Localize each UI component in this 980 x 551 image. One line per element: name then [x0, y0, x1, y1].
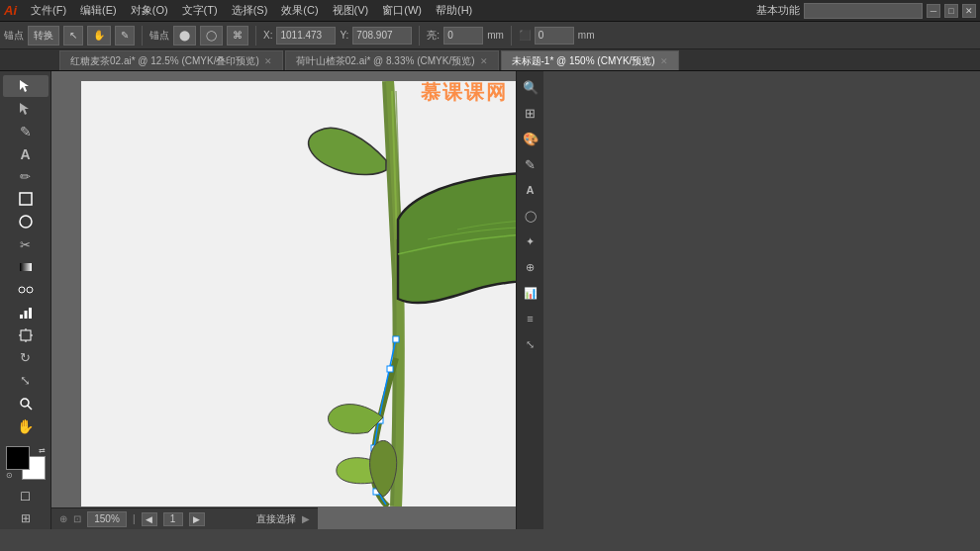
menu-window[interactable]: 窗口(W): [376, 1, 428, 20]
svg-rect-5: [20, 315, 23, 319]
tool-direct-select[interactable]: [3, 98, 49, 120]
menu-edit[interactable]: 编辑(E): [74, 1, 123, 20]
tab-close-1[interactable]: ✕: [264, 56, 272, 66]
divider1: [142, 26, 143, 46]
right-icon-strip: 🔍 ⊞ 🎨 ✎ A ◯ ✦ ⊕ 📊 ≡ ⤡: [516, 71, 543, 529]
reset-colors-icon[interactable]: ⊙: [6, 471, 13, 480]
svg-rect-8: [21, 330, 31, 340]
y-input[interactable]: [352, 27, 412, 45]
svg-rect-0: [20, 193, 32, 205]
right-icon-transform[interactable]: ⤡: [519, 332, 542, 356]
svg-rect-2: [20, 263, 32, 271]
menu-items: 文件(F) 编辑(E) 对象(O) 文字(T) 选择(S) 效果(C) 视图(V…: [25, 1, 478, 20]
right-icon-brush[interactable]: ✎: [519, 152, 542, 176]
right-icon-shape[interactable]: ◯: [519, 204, 542, 228]
right-icon-text[interactable]: A: [519, 178, 542, 202]
tool-gradient[interactable]: [3, 256, 49, 278]
right-icon-search[interactable]: 🔍: [519, 75, 542, 99]
right-icon-align[interactable]: ≡: [519, 307, 542, 330]
right-icon-star[interactable]: ✦: [519, 230, 542, 253]
tool-fill-mode[interactable]: □: [3, 485, 49, 506]
tool-text[interactable]: A: [3, 143, 49, 165]
right-side-panel: 🔍 ⊞ 🎨 ✎ A ◯ ✦ ⊕ 📊 ≡ ⤡: [516, 71, 980, 529]
right-icon-symbol[interactable]: ⊕: [519, 255, 542, 279]
right-icon-graph[interactable]: 📊: [519, 281, 542, 305]
tool-chart[interactable]: [3, 302, 49, 323]
plant-illustration: ↖: [81, 81, 516, 506]
status-divider: |: [133, 513, 136, 524]
anchor-label: 锚点: [4, 29, 24, 43]
svg-rect-7: [29, 308, 32, 319]
tool-scale[interactable]: ⤡: [3, 370, 49, 392]
tool-blend[interactable]: [3, 279, 49, 301]
close-button[interactable]: ✕: [962, 4, 976, 18]
tool-screen-mode[interactable]: ⊞: [3, 507, 49, 529]
tab-untitled[interactable]: 未标题-1* @ 150% (CMYK/预览) ✕: [501, 50, 679, 70]
color-swatches: ⊙ ⇄: [6, 446, 46, 481]
tool-rotate[interactable]: ↻: [3, 347, 49, 369]
svg-point-3: [19, 287, 25, 293]
tool-ellipse[interactable]: [3, 211, 49, 232]
tool-zoom[interactable]: [3, 393, 49, 414]
tool-pen[interactable]: ✎: [3, 121, 49, 142]
svg-rect-6: [24, 311, 27, 319]
swap-colors-icon[interactable]: ⇄: [39, 446, 46, 455]
right-icon-layers[interactable]: ⊞: [519, 101, 542, 125]
tab-label-1: 红糖麦茶02.ai* @ 12.5% (CMYK/叠印预览): [70, 54, 259, 68]
anchor-tool3[interactable]: ⌘: [227, 26, 248, 46]
tool-brush[interactable]: ✏: [3, 166, 49, 188]
anchor-tool2[interactable]: ◯: [200, 26, 223, 46]
arrow-icon: ▶: [302, 513, 310, 524]
x-label: X:: [263, 30, 272, 41]
convert-button[interactable]: 转换: [28, 26, 59, 46]
search-input[interactable]: [804, 3, 923, 19]
tool-pen[interactable]: ✎: [115, 26, 135, 46]
dark-input[interactable]: [535, 27, 574, 45]
tool-hand[interactable]: ✋: [87, 26, 111, 46]
menu-effect[interactable]: 效果(C): [275, 1, 324, 20]
tool-shape[interactable]: [3, 189, 49, 211]
menu-bar: Ai 文件(F) 编辑(E) 对象(O) 文字(T) 选择(S) 效果(C) 视…: [0, 0, 980, 22]
tool-scissors[interactable]: ✂: [3, 233, 49, 255]
zoom-input[interactable]: [87, 511, 127, 527]
tab-label-3: 未标题-1* @ 150% (CMYK/预览): [512, 54, 655, 68]
tool-select[interactable]: [3, 75, 49, 97]
menu-text[interactable]: 文字(T): [176, 1, 224, 20]
main-area: ✎ A ✏ ✂ ↻ ⤡ ✋ ⊙ ⇄: [0, 71, 980, 529]
canvas-area[interactable]: ↖ 画笔 描边 ≡: [51, 71, 516, 529]
tab-close-2[interactable]: ✕: [480, 56, 488, 66]
options-bar: 锚点 转换 ↖ ✋ ✎ 锚点 ⬤ ◯ ⌘ X: Y: 亮: mm ⬛ mm: [0, 22, 980, 49]
tool-artboard[interactable]: [3, 324, 49, 346]
svg-point-13: [21, 399, 29, 407]
minimize-button[interactable]: ─: [927, 4, 940, 18]
workspace-label: 基本功能: [756, 3, 800, 18]
tab-close-3[interactable]: ✕: [660, 56, 668, 66]
menu-object[interactable]: 对象(O): [125, 1, 174, 20]
bright-input[interactable]: [443, 27, 483, 45]
tool-arrow[interactable]: ↖: [63, 26, 83, 46]
x-input[interactable]: [276, 27, 336, 45]
y-label: Y:: [340, 30, 348, 41]
maximize-button[interactable]: □: [944, 4, 958, 18]
menu-help[interactable]: 帮助(H): [430, 1, 478, 20]
menu-view[interactable]: 视图(V): [327, 1, 375, 20]
divider2: [255, 26, 256, 46]
menu-file[interactable]: 文件(F): [25, 1, 72, 20]
tool-hand[interactable]: ✋: [3, 415, 49, 437]
status-bar: ⊕ ⊡ | ◀ 1 ▶ 直接选择 ▶: [51, 507, 318, 529]
tab-heye[interactable]: 荷叶山楂茶02.ai* @ 8.33% (CMYK/预览) ✕: [285, 50, 499, 70]
next-page-button[interactable]: ▶: [189, 512, 205, 526]
anchor2-label: 锚点: [149, 29, 169, 43]
menu-select[interactable]: 选择(S): [226, 1, 274, 20]
foreground-color-swatch[interactable]: [6, 446, 30, 470]
anchor-tool1[interactable]: ⬤: [173, 26, 196, 46]
svg-point-4: [27, 287, 33, 293]
right-controls: 基本功能 ─ □ ✕: [756, 3, 976, 19]
svg-line-14: [28, 406, 32, 410]
svg-point-1: [20, 216, 32, 228]
dark-unit: mm: [578, 30, 595, 41]
right-icon-color[interactable]: 🎨: [519, 127, 542, 150]
tab-hongtan[interactable]: 红糖麦茶02.ai* @ 12.5% (CMYK/叠印预览) ✕: [59, 50, 283, 70]
prev-page-button[interactable]: ◀: [142, 512, 157, 526]
app-logo: Ai: [4, 3, 17, 18]
